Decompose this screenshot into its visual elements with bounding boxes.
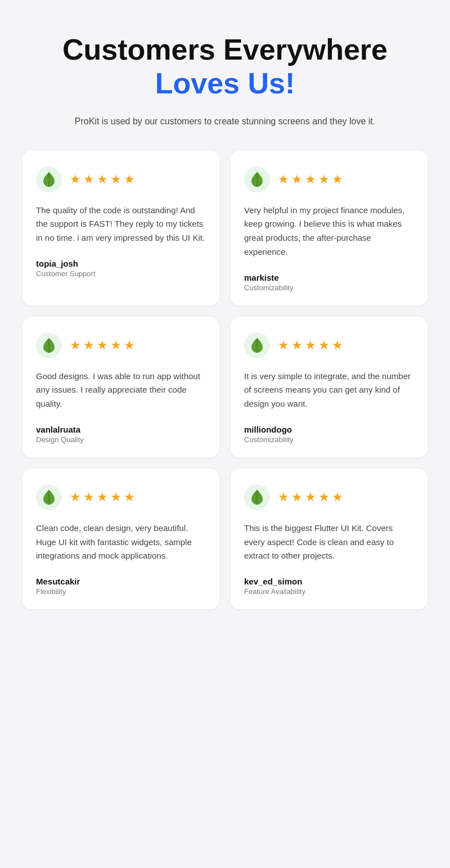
leaf-icon: [244, 332, 270, 358]
star-icon: ★: [291, 490, 303, 505]
review-card-3: ★★★★★ Good designs. I was able to run ap…: [22, 317, 219, 457]
review-card-5: ★★★★★ Clean code, clean design, very bea…: [22, 469, 219, 609]
reviewer-category-5: Flexibility: [36, 587, 206, 596]
review-card-1: ★★★★★ The quality of the code is outstan…: [22, 151, 219, 305]
review-text-5: Clean code, clean design, very beautiful…: [36, 521, 206, 563]
star-icon: ★: [110, 490, 122, 505]
reviewer-category-1: Customer Support: [36, 269, 206, 278]
header-subtitle: ProKit is used by our customers to creat…: [22, 115, 428, 128]
star-icon: ★: [124, 338, 135, 353]
star-icon: ★: [97, 490, 108, 505]
star-icon: ★: [70, 338, 81, 353]
leaf-icon: [36, 484, 62, 510]
review-text-6: This is the biggest Flutter UI Kit. Cove…: [244, 521, 414, 563]
stars-container-2: ★★★★★: [278, 172, 343, 187]
stars-container-1: ★★★★★: [70, 172, 135, 187]
star-icon: ★: [124, 490, 135, 505]
star-icon: ★: [305, 490, 316, 505]
review-card-6: ★★★★★ This is the biggest Flutter UI Kit…: [231, 469, 428, 609]
star-icon: ★: [278, 490, 289, 505]
review-text-4: It is very simple to integrate, and the …: [244, 370, 414, 411]
star-icon: ★: [83, 172, 94, 187]
reviewer-name-2: markiste: [244, 273, 414, 282]
star-icon: ★: [318, 338, 330, 353]
star-icon: ★: [110, 172, 122, 187]
star-icon: ★: [305, 338, 316, 353]
star-icon: ★: [332, 490, 343, 505]
star-icon: ★: [278, 172, 289, 187]
reviewer-name-1: topia_josh: [36, 259, 206, 268]
star-icon: ★: [97, 338, 108, 353]
review-text-2: Very helpful in my project finance modul…: [244, 204, 414, 259]
stars-container-3: ★★★★★: [70, 338, 135, 353]
star-icon: ★: [332, 172, 343, 187]
page-header: Customers Everywhere Loves Us! ProKit is…: [22, 34, 428, 128]
reviews-grid: ★★★★★ The quality of the code is outstan…: [22, 151, 428, 610]
reviewer-category-4: Customizability: [244, 435, 414, 444]
leaf-icon: [244, 167, 270, 192]
star-icon: ★: [97, 172, 108, 187]
review-card-4: ★★★★★ It is very simple to integrate, an…: [231, 317, 428, 457]
reviewer-category-2: Customizability: [244, 284, 414, 292]
card-header-6: ★★★★★: [244, 484, 414, 510]
review-text-1: The quality of the code is outstanding! …: [36, 204, 206, 245]
header-title-line2: Loves Us!: [22, 66, 428, 101]
star-icon: ★: [332, 338, 343, 353]
stars-container-5: ★★★★★: [70, 490, 135, 505]
reviewer-name-3: vanlalruata: [36, 425, 206, 434]
card-header-2: ★★★★★: [244, 167, 414, 192]
leaf-icon: [36, 167, 62, 192]
header-title-line1: Customers Everywhere: [22, 34, 428, 66]
reviewer-category-3: Design Quality: [36, 435, 206, 444]
star-icon: ★: [318, 490, 330, 505]
star-icon: ★: [70, 490, 81, 505]
card-header-4: ★★★★★: [244, 332, 414, 358]
star-icon: ★: [83, 338, 94, 353]
leaf-icon: [244, 484, 270, 510]
star-icon: ★: [291, 172, 303, 187]
star-icon: ★: [110, 338, 122, 353]
card-header-3: ★★★★★: [36, 332, 206, 358]
card-header-1: ★★★★★: [36, 167, 206, 192]
card-header-5: ★★★★★: [36, 484, 206, 510]
reviewer-name-5: Mesutcakir: [36, 577, 206, 586]
star-icon: ★: [124, 172, 135, 187]
star-icon: ★: [318, 172, 330, 187]
star-icon: ★: [278, 338, 289, 353]
stars-container-4: ★★★★★: [278, 338, 343, 353]
star-icon: ★: [83, 490, 94, 505]
reviewer-name-4: milliondogo: [244, 425, 414, 434]
leaf-icon: [36, 332, 62, 358]
review-card-2: ★★★★★ Very helpful in my project finance…: [231, 151, 428, 305]
star-icon: ★: [305, 172, 316, 187]
star-icon: ★: [70, 172, 81, 187]
reviewer-name-6: kev_ed_simon: [244, 577, 414, 586]
review-text-3: Good designs. I was able to run app with…: [36, 370, 206, 411]
reviewer-category-6: Feature Availability: [244, 587, 414, 596]
stars-container-6: ★★★★★: [278, 490, 343, 505]
star-icon: ★: [291, 338, 303, 353]
